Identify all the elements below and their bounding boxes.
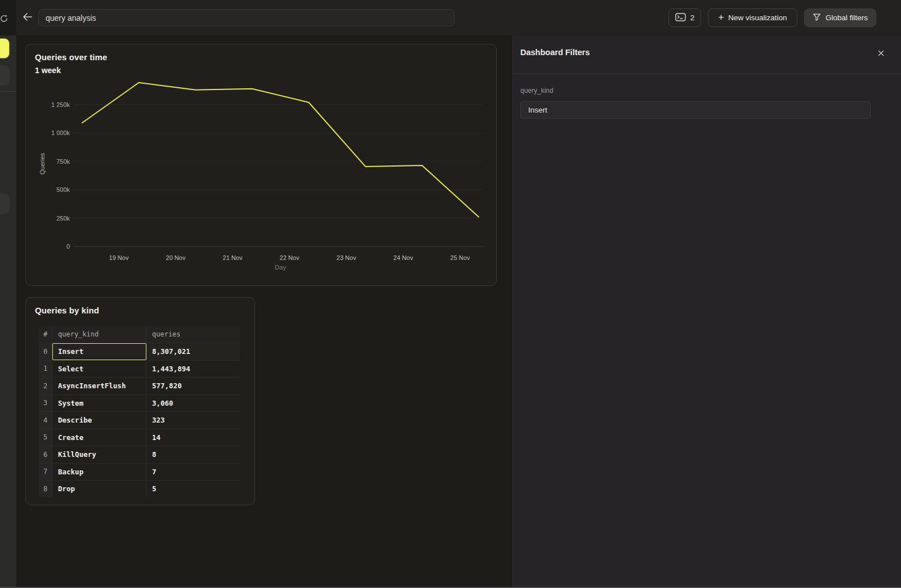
row-index-cell: 1 xyxy=(39,361,52,378)
plus-icon: + xyxy=(718,12,724,23)
table-title: Queries by kind xyxy=(35,306,99,315)
query-kind-cell[interactable]: Create xyxy=(52,429,146,446)
queries-value-cell[interactable]: 577,820 xyxy=(146,378,240,394)
x-tick-label: 21 Nov xyxy=(223,254,243,261)
filters-panel-header: Dashboard Filters xyxy=(512,35,901,74)
row-index-cell: 5 xyxy=(39,429,52,446)
close-icon[interactable] xyxy=(876,49,885,58)
x-tick-label: 24 Nov xyxy=(394,254,413,261)
row-index-cell: 8 xyxy=(39,481,52,497)
x-axis-label: Day xyxy=(275,264,287,271)
table-row: 3System3,060 xyxy=(39,394,240,412)
table-row: 5Create14 xyxy=(39,429,240,446)
y-tick-label: 0 xyxy=(66,243,70,250)
sidebar-divider xyxy=(0,91,16,92)
queries-value-cell[interactable]: 7 xyxy=(146,464,240,481)
table-row: 8Drop5 xyxy=(39,480,240,497)
global-filters-button[interactable]: Global filters xyxy=(804,8,876,27)
x-tick-label: 25 Nov xyxy=(450,254,470,261)
y-tick-label: 1 000k xyxy=(51,129,70,136)
funnel-icon xyxy=(813,13,821,23)
chart-card-queries-over-time: Queries over time 1 week 0250k500k750k1 … xyxy=(25,44,497,286)
row-index-cell: 3 xyxy=(39,395,52,412)
table-card-queries-by-kind: Queries by kind #query_kindqueries0Inser… xyxy=(25,297,255,505)
column-header-query-kind[interactable]: query_kind xyxy=(52,326,146,343)
table-row: 0Insert8,307,021 xyxy=(39,343,240,360)
filter-field-label: query_kind xyxy=(520,87,554,95)
y-tick-label: 500k xyxy=(56,186,70,193)
queries-series-line[interactable] xyxy=(82,83,479,217)
query-kind-cell[interactable]: System xyxy=(52,395,146,412)
y-tick-label: 750k xyxy=(56,158,70,165)
sidebar-item-dashboard[interactable] xyxy=(0,65,10,86)
line-chart-svg: 0250k500k750k1 000k1 250kQueries19 Nov20… xyxy=(26,44,497,286)
x-tick-label: 22 Nov xyxy=(280,254,300,261)
query-kind-cell[interactable]: Describe xyxy=(52,412,146,429)
query-kind-cell[interactable]: Backup xyxy=(52,464,146,481)
top-bar: 2 + New visualization Global filters xyxy=(0,0,901,35)
left-sidebar xyxy=(0,35,16,588)
sql-console-button[interactable]: 2 xyxy=(668,8,701,27)
filter-query-kind-input[interactable] xyxy=(520,101,871,119)
table-header-row: #query_kindqueries xyxy=(39,326,240,343)
query-kind-cell[interactable]: Select xyxy=(52,361,146,378)
x-tick-label: 20 Nov xyxy=(166,254,186,261)
x-tick-label: 19 Nov xyxy=(109,254,129,261)
table-row: 6KillQuery8 xyxy=(39,446,240,463)
query-kind-cell[interactable]: AsyncInsertFlush xyxy=(52,378,146,394)
y-tick-label: 250k xyxy=(56,215,70,222)
row-index-cell: 7 xyxy=(39,464,52,481)
console-tab-count: 2 xyxy=(690,14,695,22)
table-row: 1Select1,443,894 xyxy=(39,360,240,378)
dashboard-filters-panel: Dashboard Filters query_kind xyxy=(511,35,901,588)
new-visualization-label: New visualization xyxy=(728,14,787,22)
new-visualization-button[interactable]: + New visualization xyxy=(708,8,797,27)
queries-value-cell[interactable]: 3,060 xyxy=(146,395,240,412)
row-index-cell: 0 xyxy=(39,343,52,360)
row-index-cell: 2 xyxy=(39,378,52,394)
queries-table: #query_kindqueries0Insert8,307,0211Selec… xyxy=(39,326,240,497)
row-index-cell: 4 xyxy=(39,412,52,429)
queries-value-cell[interactable]: 323 xyxy=(146,412,240,429)
back-button[interactable] xyxy=(21,12,34,23)
query-kind-cell[interactable]: Drop xyxy=(52,481,146,497)
y-axis-label: Queries xyxy=(39,152,46,174)
global-filters-label: Global filters xyxy=(826,14,868,22)
dashboard-title-input[interactable] xyxy=(38,9,454,26)
table-row: 2AsyncInsertFlush577,820 xyxy=(39,377,240,394)
query-kind-cell[interactable]: Insert xyxy=(52,343,146,360)
row-index-cell: 6 xyxy=(39,446,52,463)
sidebar-item-active-dashboard[interactable] xyxy=(0,38,10,59)
table-row: 4Describe323 xyxy=(39,411,240,429)
sidebar-top-notch xyxy=(0,0,16,35)
queries-value-cell[interactable]: 8,307,021 xyxy=(146,343,240,360)
queries-value-cell[interactable]: 14 xyxy=(146,429,240,446)
column-header-queries[interactable]: queries xyxy=(146,326,240,343)
app-root: 2 + New visualization Global filters xyxy=(0,0,901,588)
column-header-index: # xyxy=(39,326,52,343)
refresh-icon[interactable] xyxy=(0,13,10,24)
table-row: 7Backup7 xyxy=(39,463,240,481)
terminal-icon xyxy=(675,13,686,23)
dashboard-canvas: Queries over time 1 week 0250k500k750k1 … xyxy=(16,35,511,588)
y-tick-label: 1 250k xyxy=(51,101,70,108)
sidebar-item-lower[interactable] xyxy=(0,194,10,214)
topbar-actions: 2 + New visualization Global filters xyxy=(668,8,876,27)
queries-value-cell[interactable]: 8 xyxy=(146,446,240,463)
queries-value-cell[interactable]: 1,443,894 xyxy=(146,361,240,378)
queries-value-cell[interactable]: 5 xyxy=(146,481,240,497)
filters-panel-title: Dashboard Filters xyxy=(520,48,590,57)
query-kind-cell[interactable]: KillQuery xyxy=(52,446,146,463)
x-tick-label: 23 Nov xyxy=(337,254,356,261)
